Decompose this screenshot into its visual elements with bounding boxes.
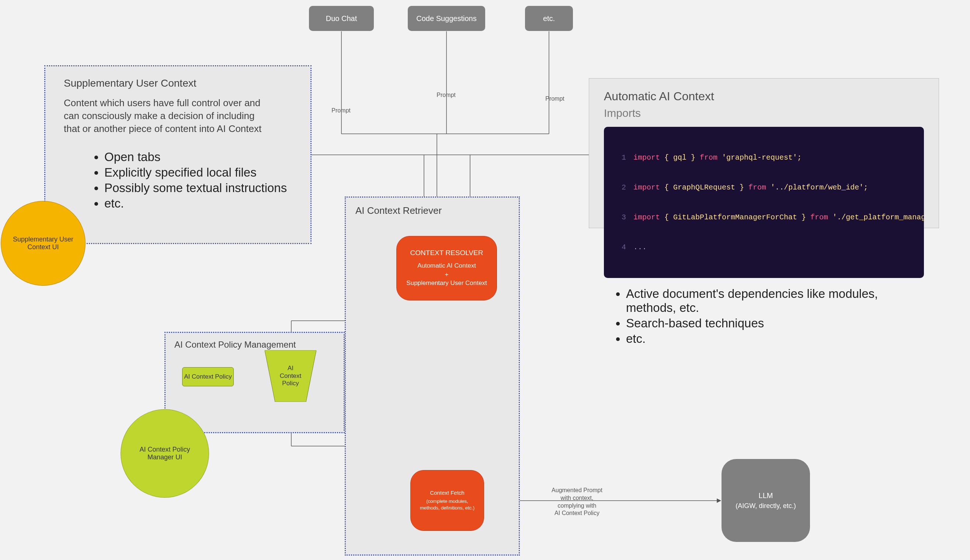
- bullet: Explicitly specified local files: [104, 165, 292, 180]
- diagram-stage: Duo Chat Code Suggestions etc. Prompt Pr…: [0, 0, 970, 560]
- bullet: Possibly some textual instructions: [104, 181, 292, 195]
- node-duo-chat: Duo Chat: [309, 6, 374, 31]
- node-ai-context-policy-filter: AI Context Policy: [265, 350, 316, 402]
- node-label: Code Suggestions: [416, 14, 476, 23]
- panel-subtitle: Imports: [604, 107, 924, 120]
- edge-label-augmented-prompt: Augmented Prompt with context, complying…: [535, 487, 619, 517]
- node-etc: etc.: [525, 6, 573, 31]
- node-supplementary-user-context-ui: Supplementary User Context UI: [1, 201, 85, 286]
- node-line: Automatic AI Context: [406, 262, 487, 270]
- node-ai-context-policy-manager-ui: AI Context Policy Manager UI: [120, 409, 209, 498]
- node-llm: LLM (AIGW, directly, etc.): [722, 459, 810, 542]
- panel-title: Automatic AI Context: [604, 90, 924, 103]
- node-label: etc.: [543, 14, 555, 23]
- bullet: Active document's dependencies like modu…: [626, 287, 924, 315]
- panel-body: Content which users have full control ov…: [64, 97, 270, 135]
- node-line: +: [406, 270, 487, 279]
- node-sub: (AIGW, directly, etc.): [735, 502, 796, 510]
- node-label: AI Context Policy: [184, 373, 232, 380]
- node-line: AI: [280, 365, 302, 372]
- panel-title: AI Context Policy Management: [174, 340, 335, 350]
- panel-bullets: Active document's dependencies like modu…: [604, 287, 924, 346]
- node-sub: (complete modules, methods, definitions,…: [418, 498, 476, 511]
- node-line: Context: [280, 372, 302, 380]
- circle-label-line: AI Context Policy: [139, 446, 190, 453]
- node-ai-context-policy-source: AI Context Policy: [182, 367, 234, 387]
- node-header: CONTEXT RESOLVER: [410, 249, 483, 257]
- node-header: Context Fetch: [430, 490, 464, 496]
- panel-supplementary-user-context: Supplementary User Context Content which…: [44, 65, 312, 244]
- node-context-fetch: Context Fetch (complete modules, methods…: [410, 470, 484, 531]
- node-context-resolver: CONTEXT RESOLVER Automatic AI Context + …: [396, 236, 497, 300]
- panel-automatic-ai-context: Automatic AI Context Imports 1import { g…: [589, 78, 939, 228]
- bullet: Search-based techniques: [626, 316, 924, 330]
- circle-label-line: Context UI: [13, 243, 73, 251]
- panel-title: AI Context Retriever: [355, 205, 509, 217]
- bullet: Open tabs: [104, 150, 292, 164]
- edge-label-prompt-3: Prompt: [535, 95, 575, 103]
- node-label: Duo Chat: [326, 14, 357, 23]
- bullet: etc.: [104, 197, 292, 210]
- panel-title: Supplementary User Context: [64, 77, 292, 89]
- edge-label-prompt-2: Prompt: [426, 92, 467, 99]
- node-header: LLM: [759, 492, 773, 500]
- node-code-suggestions: Code Suggestions: [408, 6, 485, 31]
- node-line: Supplementary User Context: [406, 279, 487, 288]
- bullet: etc.: [626, 332, 924, 346]
- circle-label-line: Supplementary User: [13, 235, 73, 243]
- code-block: 1import { gql } from 'graphql-request'; …: [604, 127, 924, 278]
- panel-bullets: Open tabs Explicitly specified local fil…: [64, 150, 292, 210]
- circle-label-line: Manager UI: [139, 453, 190, 461]
- edge-label-prompt-1: Prompt: [321, 107, 361, 115]
- node-line: Policy: [280, 380, 302, 387]
